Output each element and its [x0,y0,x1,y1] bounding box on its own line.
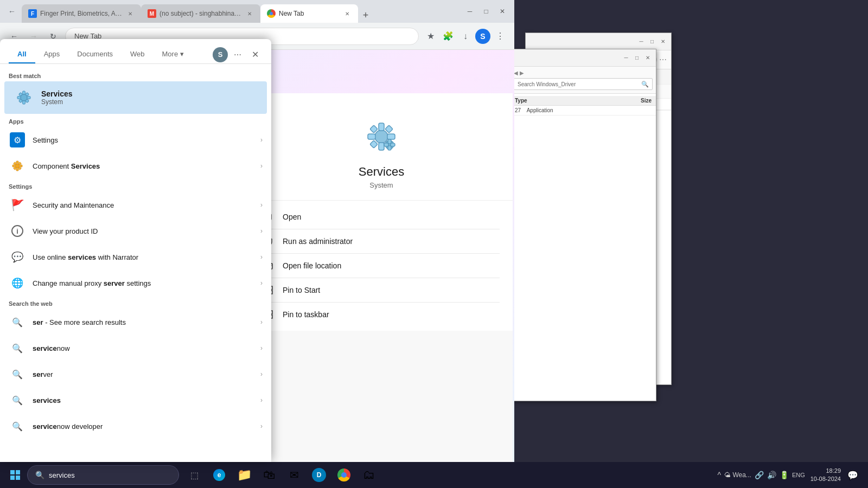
tab-gmail-close[interactable]: ✕ [245,9,254,18]
dell-icon: D [312,468,326,482]
services-gear-icon [13,87,35,108]
product-id-info: View your product ID [33,227,254,235]
result-component-services[interactable]: Component Services › [0,153,271,179]
search-results: Best match [0,64,271,462]
search-detail-panel: Services System Open Run as administrato… [250,93,513,462]
product-id-name: View your product ID [33,227,254,235]
taskbar-mail[interactable]: ✉ [282,463,306,487]
explorer2-icon: 🗂 [363,468,375,482]
restore-btn[interactable]: □ [478,4,494,19]
profile-avatar[interactable]: S [475,29,490,44]
settings-chevron: › [260,136,263,144]
bg1-minimize[interactable]: ─ [622,54,630,62]
best-match-label: Best match [0,68,271,81]
taskbar-file-explorer[interactable]: 📁 [232,463,256,487]
tray-expand[interactable]: ^ [718,471,722,479]
back-btn[interactable]: ← [4,4,20,19]
taskbar-search-bar[interactable]: 🔍 [27,465,179,485]
narrator-name: Use online services with Narrator [33,253,254,261]
battery-icon[interactable]: 🔋 [780,471,789,479]
svg-rect-29 [388,146,391,150]
bg1-close[interactable]: ✕ [644,54,652,62]
file-explorer-icon: 📁 [237,468,252,482]
taskbar-task-view[interactable]: ⬚ [182,463,206,487]
bg1-restore[interactable]: □ [633,54,641,62]
taskbar-notification[interactable]: 💬 [842,464,864,486]
extension-icon[interactable]: 🧩 [441,29,456,44]
magnify-icon-2: 🔍 [12,343,23,354]
web-result-services[interactable]: 🔍 services › [0,387,271,413]
detail-open[interactable]: Open [250,205,513,229]
pin-start-label: Pin to Start [283,286,320,294]
weather-icon[interactable]: 🌤 Wea... [724,471,751,479]
browser-titlebar: ← F Finger Print, Biometrics, Aadha... ✕… [0,0,514,23]
downloads-icon[interactable]: ↓ [458,29,473,44]
magnify-icon-1: 🔍 [12,317,23,328]
network-icon[interactable]: 🔗 [755,471,764,479]
new-tab-btn[interactable]: + [358,8,373,23]
result-security[interactable]: 🚩 Security and Maintenance › [0,192,271,218]
magnify-icon-5: 🔍 [12,421,23,432]
bookmark-icon[interactable]: ★ [423,29,438,44]
svg-rect-13 [20,165,22,167]
web-result-servicenow[interactable]: 🔍 servicenow › [0,335,271,361]
detail-file-location[interactable]: Open file location [250,254,513,278]
search-options-btn[interactable]: ⋯ [230,47,245,62]
web-result-server[interactable]: 🔍 server › [0,361,271,387]
bg-window2-titlebar: ─ □ ✕ [526,33,671,50]
result-settings[interactable]: ⚙ Settings › [0,127,271,153]
filter-apps[interactable]: Apps [35,46,69,63]
lang-indicator[interactable]: ENG [792,472,805,478]
web-ser-info: ser - See more search results [33,318,254,326]
security-chevron: › [260,201,263,209]
search-user-avatar[interactable]: S [213,47,228,62]
taskbar-search-input[interactable] [49,471,168,479]
filter-more[interactable]: More ▾ [154,46,193,63]
start-button[interactable] [4,464,26,486]
web-server-chevron: › [260,370,263,378]
result-narrator[interactable]: 💬 Use online services with Narrator › [0,244,271,270]
taskbar-time[interactable]: 18:29 10-08-2024 [810,467,841,484]
best-match-item[interactable]: Services System [4,81,267,114]
store-taskbar-icon: 🛍 [263,468,275,482]
component-services-info: Component Services [33,162,254,170]
web-result-snd[interactable]: 🔍 servicenow developer › [0,413,271,439]
filter-all[interactable]: All [9,46,35,63]
bg-minimize-btn[interactable]: ─ [637,38,645,46]
result-proxy[interactable]: 🌐 Change manual proxy server settings › [0,270,271,296]
settings-dots[interactable]: ⋮ [493,29,508,44]
taskbar-dell[interactable]: D [307,463,331,487]
search-close-btn[interactable]: ✕ [247,47,263,62]
web-result-ser[interactable]: 🔍 ser - See more search results › [0,309,271,335]
tab-gmail[interactable]: M (no subject) - singhabhinav807... ✕ [141,4,260,23]
volume-icon[interactable]: 🔊 [767,471,776,479]
detail-pin-start[interactable]: Pin to Start [250,278,513,302]
filter-web[interactable]: Web [122,46,154,63]
detail-pin-taskbar[interactable]: Pin to taskbar [250,303,513,326]
chrome-favicon [267,9,276,18]
windows-logo [10,470,20,480]
tab-fp-close[interactable]: ✕ [126,9,135,18]
task-view-icon: ⬚ [190,470,199,480]
bg-restore-btn[interactable]: □ [648,38,656,46]
detail-run-admin[interactable]: Run as administrator [250,229,513,253]
taskbar-chrome[interactable] [332,463,356,487]
tab-newtab-close[interactable]: ✕ [343,9,352,18]
taskbar-file-explorer-2[interactable]: 🗂 [357,463,381,487]
svg-rect-11 [16,169,18,171]
close-btn[interactable]: ✕ [495,4,510,19]
data-row: 27 Application [515,107,553,113]
tab-fingerprint[interactable]: F Finger Print, Biometrics, Aadha... ✕ [22,4,141,23]
addr-actions: ★ 🧩 ↓ S ⋮ [423,29,508,44]
component-services-icon [9,157,26,175]
taskbar-edge[interactable]: e [207,463,231,487]
result-product-id[interactable]: i View your product ID › [0,218,271,244]
minimize-btn[interactable]: ─ [462,4,477,19]
tab-newtab[interactable]: New Tab ✕ [260,4,358,23]
best-match-app-icon [13,87,35,108]
bg-close-btn[interactable]: ✕ [659,38,667,46]
filter-documents[interactable]: Documents [68,46,122,63]
win-logo-br [16,476,20,480]
settings-name: Settings [33,136,254,144]
taskbar-store[interactable]: 🛍 [257,463,281,487]
